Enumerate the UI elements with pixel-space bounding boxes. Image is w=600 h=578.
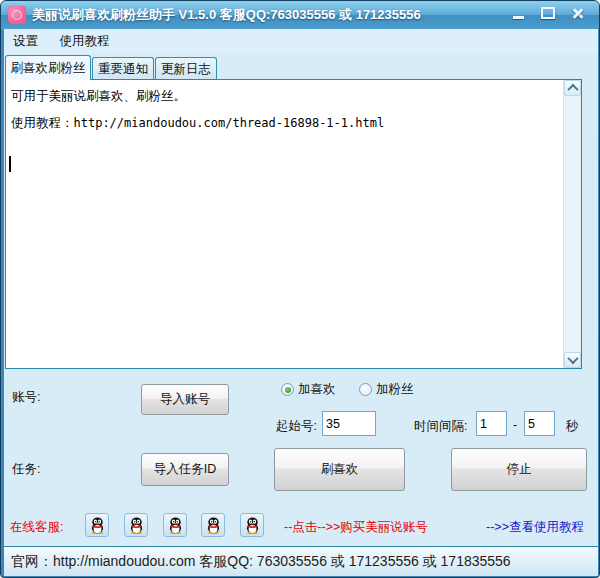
close-button[interactable] [563, 3, 593, 23]
info-line-2: 使用教程：http://miandoudou.com/thread-16898-… [6, 110, 581, 137]
tab-changelog[interactable]: 更新日志 [155, 57, 217, 80]
info-line-1: 可用于美丽说刷喜欢、刷粉丝。 [6, 80, 581, 110]
interval-max-input[interactable] [524, 411, 555, 436]
qq-contact-button-5[interactable] [240, 513, 264, 537]
task-label: 任务: [12, 461, 40, 478]
interval-dash: - [513, 418, 517, 432]
interval-label: 时间间隔: [414, 418, 467, 435]
tab-brush-likes-fans[interactable]: 刷喜欢刷粉丝 [5, 55, 91, 80]
view-tutorial-link[interactable]: -->>查看使用教程 [486, 519, 584, 536]
buy-account-link[interactable]: --点击-->>购买美丽说账号 [284, 519, 428, 536]
qq-penguin-icon [127, 515, 146, 535]
statusbar: 官网：http://miandoudou.com 客服QQ: 763035556… [4, 546, 598, 576]
radio-add-likes-label: 加喜欢 [298, 381, 336, 398]
client-area: 设置 使用教程 刷喜欢刷粉丝 重要通知 更新日志 可用于美丽说刷喜欢、刷粉丝。 … [4, 29, 598, 576]
qq-penguin-icon [204, 515, 223, 535]
scroll-down-button[interactable] [564, 352, 581, 368]
qq-contact-button-3[interactable] [163, 513, 187, 537]
tab-important-notice[interactable]: 重要通知 [92, 57, 154, 80]
radio-add-likes[interactable]: 加喜欢 [281, 381, 336, 398]
interval-min-input[interactable] [476, 411, 507, 436]
qq-contact-button-4[interactable] [201, 513, 225, 537]
online-service-label: 在线客服: [10, 519, 63, 536]
qq-penguin-icon [243, 515, 262, 535]
import-task-id-button[interactable]: 导入任务ID [141, 453, 229, 486]
account-label: 账号: [12, 389, 40, 406]
chevron-down-icon [567, 353, 578, 364]
run-brush-likes-button[interactable]: 刷喜欢 [274, 448, 405, 491]
chevron-up-icon [567, 84, 578, 95]
scroll-up-button[interactable] [564, 80, 581, 96]
close-icon [571, 6, 585, 20]
qq-penguin-icon [88, 515, 107, 535]
stop-button[interactable]: 停止 [451, 448, 587, 491]
window-controls [503, 3, 593, 23]
radio-add-fans-label: 加粉丝 [376, 381, 414, 398]
radio-add-likes-circle [281, 383, 294, 396]
import-accounts-button[interactable]: 导入账号 [141, 384, 229, 415]
menubar: 设置 使用教程 [4, 29, 598, 54]
radio-add-fans-circle [359, 383, 372, 396]
minimize-icon [513, 16, 524, 19]
tutorial-url: http://miandoudou.com/thread-16898-1-1.h… [74, 116, 385, 130]
maximize-icon [541, 7, 555, 19]
statusbar-text: 官网：http://miandoudou.com 客服QQ: 763035556… [4, 547, 598, 576]
minimize-button[interactable] [503, 3, 533, 23]
qq-contact-button-2[interactable] [124, 513, 148, 537]
vertical-scrollbar[interactable] [563, 80, 581, 368]
qq-contact-button-1[interactable] [85, 513, 109, 537]
radio-selected-dot [285, 387, 291, 393]
app-window: 美丽说刷喜欢刷粉丝助手 V1.5.0 客服QQ:763035556 或 1712… [0, 0, 600, 578]
qq-penguin-icon [166, 515, 185, 535]
titlebar[interactable]: 美丽说刷喜欢刷粉丝助手 V1.5.0 客服QQ:763035556 或 1712… [1, 1, 599, 29]
start-number-input[interactable] [322, 411, 376, 436]
tutorial-label: 使用教程： [11, 116, 74, 130]
start-number-label: 起始号: [276, 418, 317, 435]
menu-settings[interactable]: 设置 [4, 29, 47, 54]
text-caret [9, 156, 11, 172]
info-textarea[interactable]: 可用于美丽说刷喜欢、刷粉丝。 使用教程：http://miandoudou.co… [5, 79, 582, 369]
radio-add-fans[interactable]: 加粉丝 [359, 381, 414, 398]
window-title: 美丽说刷喜欢刷粉丝助手 V1.5.0 客服QQ:763035556 或 1712… [32, 1, 421, 29]
seconds-label: 秒 [566, 418, 579, 435]
menu-tutorial[interactable]: 使用教程 [50, 29, 118, 54]
maximize-button[interactable] [533, 3, 563, 23]
app-logo-icon [8, 6, 26, 24]
